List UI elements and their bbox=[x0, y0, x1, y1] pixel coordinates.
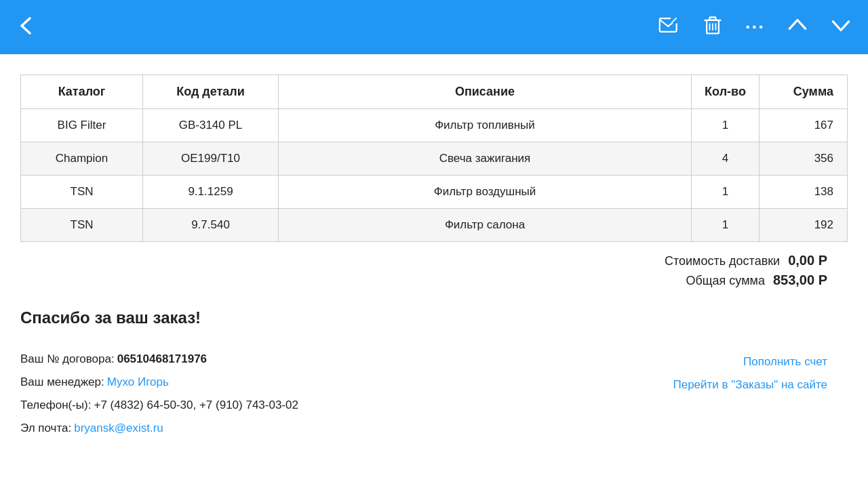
table-cell: 356 bbox=[760, 142, 848, 176]
table-cell: Champion bbox=[21, 142, 143, 176]
manager-row: Ваш менеджер: Мухо Игорь bbox=[20, 371, 298, 394]
thank-you-message: Спасибо за ваш заказ! bbox=[20, 308, 848, 327]
header-sum: Сумма bbox=[760, 75, 848, 109]
contract-value: 06510468171976 bbox=[117, 348, 207, 371]
content-area: Каталог Код детали Описание Кол-во Сумма… bbox=[0, 54, 868, 453]
header-catalog: Каталог bbox=[21, 75, 143, 109]
table-cell: Фильтр воздушный bbox=[279, 176, 692, 209]
back-button[interactable] bbox=[16, 16, 37, 39]
header-code: Код детали bbox=[143, 75, 279, 109]
total-row: Общая сумма 853,00 Р bbox=[20, 272, 827, 288]
table-cell: 138 bbox=[760, 176, 848, 209]
header-qty: Кол-во bbox=[692, 75, 760, 109]
svg-line-4 bbox=[671, 22, 672, 24]
table-cell: TSN bbox=[21, 209, 143, 242]
table-cell: GB-3140 PL bbox=[143, 109, 279, 142]
table-cell: 9.7.540 bbox=[143, 209, 279, 242]
svg-line-3 bbox=[671, 21, 673, 22]
table-row: ChampionOE199/T10Свеча зажигания4356 bbox=[21, 142, 848, 176]
delivery-row: Стоимость доставки 0,00 Р bbox=[20, 253, 827, 268]
table-cell: BIG Filter bbox=[21, 109, 143, 142]
totals-section: Стоимость доставки 0,00 Р Общая сумма 85… bbox=[20, 253, 848, 288]
bottom-links: Пополнить счет Перейти в "Заказы" на сай… bbox=[673, 350, 848, 396]
table-cell: TSN bbox=[21, 176, 143, 209]
email-icon[interactable] bbox=[658, 14, 680, 41]
contract-row: Ваш № договора: 06510468171976 bbox=[20, 348, 298, 371]
delete-icon[interactable] bbox=[702, 14, 724, 41]
table-cell: 1 bbox=[692, 176, 760, 209]
total-label: Общая сумма bbox=[686, 274, 764, 288]
phone-row: Телефон(-ы): +7 (4832) 64-50-30, +7 (910… bbox=[20, 394, 298, 417]
delivery-label: Стоимость доставки bbox=[665, 254, 780, 268]
manager-link[interactable]: Мухо Игорь bbox=[107, 371, 169, 394]
header-description: Описание bbox=[279, 75, 692, 109]
order-table: Каталог Код детали Описание Кол-во Сумма… bbox=[20, 75, 848, 242]
manager-label: Ваш менеджер: bbox=[20, 371, 104, 394]
toolbar: ··· bbox=[0, 0, 868, 54]
table-row: TSN9.7.540Фильтр салона1192 bbox=[21, 209, 848, 242]
total-value: 853,00 Р bbox=[773, 272, 827, 288]
table-cell: 4 bbox=[692, 142, 760, 176]
phone-value: +7 (4832) 64-50-30, +7 (910) 743-03-02 bbox=[94, 394, 298, 417]
email-row: Эл почта: bryansk@exist.ru bbox=[20, 417, 298, 440]
email-label: Эл почта: bbox=[20, 417, 71, 440]
orders-link[interactable]: Перейти в "Заказы" на сайте bbox=[673, 373, 827, 396]
table-row: BIG FilterGB-3140 PLФильтр топливный1167 bbox=[21, 109, 848, 142]
table-cell: 9.1.1259 bbox=[143, 176, 279, 209]
top-up-link[interactable]: Пополнить счет bbox=[743, 350, 827, 373]
table-cell: 1 bbox=[692, 209, 760, 242]
table-cell: 167 bbox=[760, 109, 848, 142]
table-cell: Фильтр салона bbox=[279, 209, 692, 242]
contract-label: Ваш № договора: bbox=[20, 348, 115, 371]
table-cell: 1 bbox=[692, 109, 760, 142]
table-cell: Свеча зажигания bbox=[279, 142, 692, 176]
info-links-section: Ваш № договора: 06510468171976 Ваш менед… bbox=[20, 348, 848, 440]
delivery-value: 0,00 Р bbox=[788, 253, 827, 268]
table-cell: 192 bbox=[760, 209, 848, 242]
scroll-up-icon[interactable] bbox=[787, 14, 808, 41]
scroll-down-icon[interactable] bbox=[830, 14, 852, 41]
table-cell: OE199/T10 bbox=[143, 142, 279, 176]
svg-rect-7 bbox=[709, 17, 715, 20]
phone-label: Телефон(-ы): bbox=[20, 394, 91, 417]
more-icon[interactable]: ··· bbox=[745, 16, 765, 38]
info-section: Ваш № договора: 06510468171976 Ваш менед… bbox=[20, 348, 298, 440]
email-link[interactable]: bryansk@exist.ru bbox=[74, 417, 163, 440]
table-cell: Фильтр топливный bbox=[279, 109, 692, 142]
table-row: TSN9.1.1259Фильтр воздушный1138 bbox=[21, 176, 848, 209]
